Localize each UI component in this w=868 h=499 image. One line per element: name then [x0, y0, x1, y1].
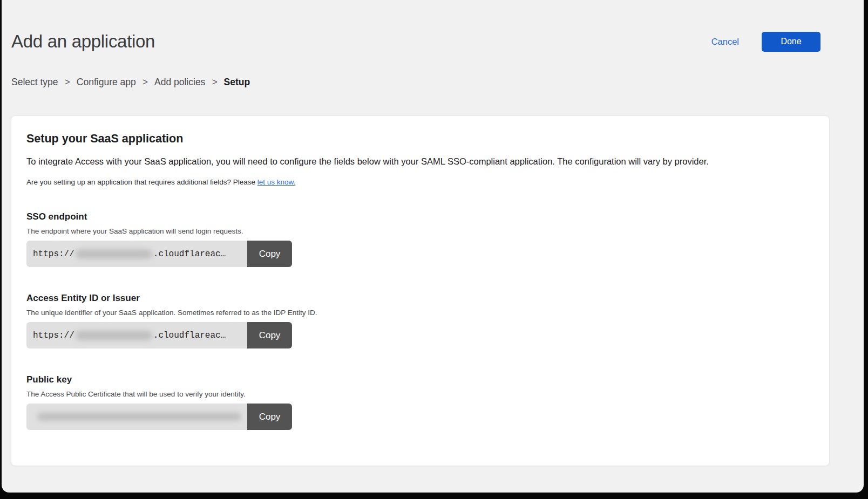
- access-entity-id-value: https:// .cloudflareac…: [26, 322, 247, 348]
- public-key-description: The Access Public Certificate that will …: [26, 390, 814, 398]
- card-intro: To integrate Access with your SaaS appli…: [26, 155, 814, 167]
- access-entity-id-label: Access Entity ID or Issuer: [26, 293, 814, 304]
- redacted-value: [76, 249, 152, 259]
- access-entity-id-copy-button[interactable]: Copy: [247, 322, 292, 348]
- card-note-text: Are you setting up an application that r…: [26, 178, 257, 186]
- public-key-label: Public key: [26, 374, 814, 385]
- sso-endpoint-value-suffix: .cloudflareac…: [153, 249, 226, 259]
- cancel-button[interactable]: Cancel: [711, 37, 739, 47]
- field-access-entity-id: Access Entity ID or Issuer The unique id…: [26, 293, 814, 348]
- breadcrumb-separator: >: [65, 77, 70, 88]
- sso-endpoint-value: https:// .cloudflareac…: [26, 241, 247, 267]
- breadcrumb-select-type[interactable]: Select type: [11, 77, 58, 88]
- breadcrumb-configure-app[interactable]: Configure app: [77, 77, 136, 88]
- breadcrumb-separator: >: [143, 77, 148, 88]
- card-heading: Setup your SaaS application: [26, 132, 814, 146]
- access-entity-id-description: The unique identifier of your SaaS appli…: [26, 309, 814, 317]
- breadcrumb-add-policies[interactable]: Add policies: [154, 77, 205, 88]
- sso-endpoint-copy-button[interactable]: Copy: [247, 241, 292, 267]
- page-title: Add an application: [11, 31, 155, 52]
- sso-endpoint-description: The endpoint where your SaaS application…: [26, 227, 814, 235]
- let-us-know-link[interactable]: let us know.: [257, 178, 296, 186]
- redacted-value: [37, 413, 241, 421]
- card-note: Are you setting up an application that r…: [26, 178, 814, 186]
- breadcrumb: Select type > Configure app > Add polici…: [11, 77, 830, 88]
- public-key-copy-button[interactable]: Copy: [247, 404, 292, 430]
- breadcrumb-setup: Setup: [224, 77, 250, 88]
- access-entity-id-value-suffix: .cloudflareac…: [153, 331, 226, 340]
- field-public-key: Public key The Access Public Certificate…: [26, 374, 814, 430]
- breadcrumb-separator: >: [212, 77, 217, 88]
- sso-endpoint-value-prefix: https://: [33, 249, 74, 259]
- access-entity-id-field: https:// .cloudflareac… Copy: [26, 322, 292, 348]
- setup-card: Setup your SaaS application To integrate…: [11, 115, 830, 466]
- access-entity-id-value-prefix: https://: [33, 331, 74, 340]
- redacted-value: [76, 331, 152, 340]
- public-key-field: Copy: [26, 404, 292, 430]
- sso-endpoint-field: https:// .cloudflareac… Copy: [26, 241, 292, 267]
- field-sso-endpoint: SSO endpoint The endpoint where your Saa…: [26, 211, 814, 267]
- app-window: Add an application Cancel Done Select ty…: [2, 0, 864, 493]
- header-actions: Cancel Done: [711, 32, 820, 52]
- done-button[interactable]: Done: [762, 32, 820, 52]
- page-header: Add an application Cancel Done: [11, 0, 830, 52]
- public-key-value: [26, 404, 247, 430]
- sso-endpoint-label: SSO endpoint: [26, 211, 814, 222]
